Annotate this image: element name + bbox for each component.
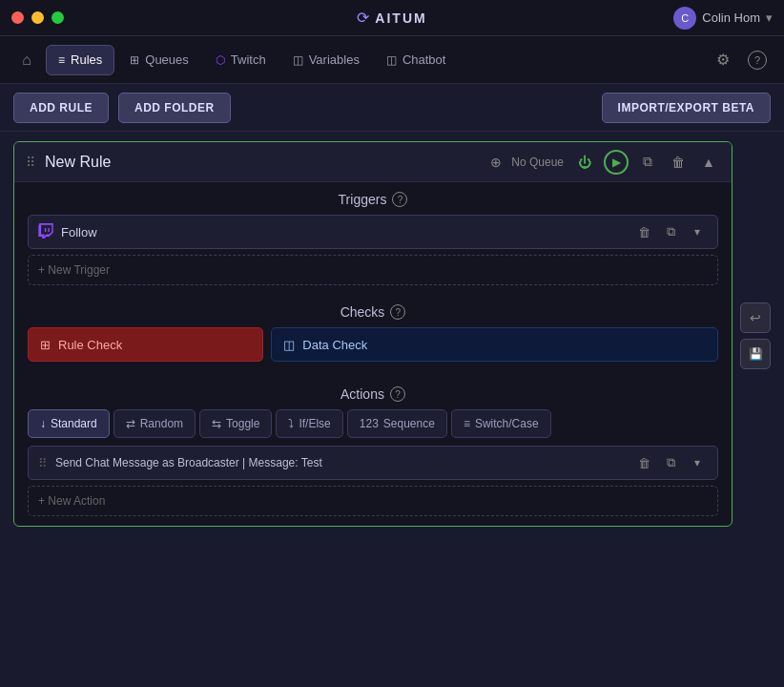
trigger-follow-item[interactable]: Follow 🗑 ⧉ ▾: [28, 215, 718, 249]
rule-copy-btn[interactable]: ⧉: [636, 151, 659, 174]
main-content: ⠿ New Rule ⊕ No Queue ⏻ ▶ ⧉ 🗑 ▲ Trig: [0, 132, 784, 536]
sequence-label: Sequence: [383, 417, 435, 430]
nav-variables-label: Variables: [309, 52, 360, 67]
new-trigger-label: + New Trigger: [38, 263, 110, 277]
action-send-chat-item[interactable]: ⠿ Send Chat Message as Broadcaster | Mes…: [28, 446, 718, 480]
settings-icon: ⚙: [716, 51, 730, 69]
rule-delete-btn[interactable]: 🗑: [667, 151, 690, 174]
minimize-window-btn[interactable]: [31, 11, 44, 24]
trigger-delete-btn[interactable]: 🗑: [633, 221, 654, 242]
actions-section: Actions ? ↓ Standard ⇄ Random: [14, 377, 732, 526]
variables-icon: ◫: [293, 53, 303, 67]
rule-queue-label: No Queue: [511, 156, 564, 169]
switchcase-label: Switch/Case: [475, 417, 539, 430]
window-controls: [11, 11, 64, 24]
trigger-copy-btn[interactable]: ⧉: [660, 221, 681, 242]
new-action-label: + New Action: [38, 494, 105, 508]
tab-random[interactable]: ⇄ Random: [113, 409, 196, 438]
save-btn[interactable]: 💾: [740, 339, 771, 369]
nav-item-queues[interactable]: ⊞ Queues: [118, 45, 200, 75]
triggers-section: Triggers ? Follow 🗑 ⧉ ▾: [14, 182, 732, 295]
action-type-tabs: ↓ Standard ⇄ Random ⇆ Toggle ⤵: [28, 409, 718, 438]
toggle-label: Toggle: [226, 417, 259, 430]
side-buttons: ↩ 💾: [732, 141, 771, 527]
random-icon: ⇄: [126, 417, 135, 430]
tab-standard[interactable]: ↓ Standard: [28, 409, 110, 438]
nav-queues-label: Queues: [145, 52, 189, 67]
stack-icon: ⊕: [490, 155, 502, 170]
chevron-down-icon: ▾: [766, 10, 773, 25]
checks-header: Checks ?: [28, 304, 718, 320]
nav-item-rules[interactable]: ≡ Rules: [46, 45, 114, 75]
data-check-label: Data Check: [302, 338, 367, 352]
tab-toggle[interactable]: ⇆ Toggle: [199, 409, 272, 438]
undo-btn[interactable]: ↩: [740, 302, 771, 333]
standard-label: Standard: [51, 417, 97, 430]
tab-ifelse[interactable]: ⤵ If/Else: [276, 409, 342, 438]
triggers-label: Triggers: [339, 192, 387, 207]
twitch-trigger-icon: [38, 223, 53, 241]
app-logo-icon: ⟳: [357, 9, 369, 27]
action-copy-btn[interactable]: ⧉: [660, 452, 681, 473]
add-folder-button[interactable]: ADD FOLDER: [118, 93, 231, 123]
home-nav-btn[interactable]: ⌂: [11, 45, 42, 75]
triggers-help-btn[interactable]: ?: [392, 192, 407, 207]
help-btn[interactable]: ?: [742, 45, 773, 75]
app-name: AITUM: [375, 10, 426, 26]
new-trigger-btn[interactable]: + New Trigger: [28, 255, 718, 285]
rule-check-label: Rule Check: [58, 338, 122, 352]
rule-check-item[interactable]: ⊞ Rule Check: [28, 327, 263, 362]
sequence-icon: 123: [360, 417, 379, 430]
twitch-icon: ⬡: [216, 53, 225, 67]
title-bar: ⟳ AITUM C Colin Hom ▾: [0, 0, 784, 36]
nav-item-variables[interactable]: ◫ Variables: [281, 45, 371, 75]
action-delete-btn[interactable]: 🗑: [633, 452, 654, 473]
action-send-chat-label: Send Chat Message as Broadcaster | Messa…: [55, 456, 626, 469]
add-rule-button[interactable]: ADD RULE: [13, 93, 109, 123]
maximize-window-btn[interactable]: [52, 11, 64, 24]
data-check-item[interactable]: ◫ Data Check: [271, 327, 718, 362]
close-window-btn[interactable]: [11, 11, 24, 24]
save-icon: 💾: [749, 347, 763, 361]
username: Colin Hom: [702, 10, 760, 25]
content-wrapper: ⠿ New Rule ⊕ No Queue ⏻ ▶ ⧉ 🗑 ▲ Trig: [13, 141, 771, 527]
settings-btn[interactable]: ⚙: [708, 45, 738, 75]
new-action-btn[interactable]: + New Action: [28, 486, 718, 516]
standard-icon: ↓: [40, 417, 46, 430]
nav-bar: ⌂ ≡ Rules ⊞ Queues ⬡ Twitch ◫ Variables …: [0, 36, 784, 84]
rule-controls: ⏻ ▶ ⧉ 🗑 ▲: [573, 150, 720, 175]
rule-drag-handle[interactable]: ⠿: [26, 155, 35, 170]
nav-chatbot-label: Chatbot: [402, 52, 446, 67]
rule-power-btn[interactable]: ⏻: [573, 151, 596, 174]
nav-item-chatbot[interactable]: ◫ Chatbot: [375, 45, 458, 75]
tab-sequence[interactable]: 123 Sequence: [347, 409, 447, 438]
checks-help-btn[interactable]: ?: [390, 304, 405, 320]
action-item-controls: 🗑 ⧉ ▾: [633, 452, 708, 473]
rule-check-icon: ⊞: [40, 338, 51, 352]
rule-collapse-btn[interactable]: ▲: [697, 151, 720, 174]
switchcase-icon: ≡: [464, 417, 470, 430]
trigger-expand-btn[interactable]: ▾: [687, 221, 708, 242]
app-title: ⟳ AITUM: [357, 9, 426, 27]
help-icon: ?: [748, 51, 767, 70]
actions-help-btn[interactable]: ?: [390, 386, 405, 402]
rules-icon: ≡: [58, 53, 65, 67]
rule-card: ⠿ New Rule ⊕ No Queue ⏻ ▶ ⧉ 🗑 ▲ Trig: [13, 141, 732, 527]
nav-item-twitch[interactable]: ⬡ Twitch: [204, 45, 278, 75]
undo-icon: ↩: [750, 310, 761, 325]
data-check-icon: ◫: [283, 338, 295, 352]
random-label: Random: [140, 417, 183, 430]
toggle-icon: ⇆: [212, 417, 221, 430]
tab-switchcase[interactable]: ≡ Switch/Case: [451, 409, 551, 438]
action-expand-btn[interactable]: ▾: [687, 452, 708, 473]
checks-row: ⊞ Rule Check ◫ Data Check: [28, 327, 718, 362]
trigger-actions: 🗑 ⧉ ▾: [633, 221, 708, 242]
trigger-follow-label: Follow: [61, 225, 626, 239]
rule-header: ⠿ New Rule ⊕ No Queue ⏻ ▶ ⧉ 🗑 ▲: [14, 142, 732, 182]
action-drag-handle[interactable]: ⠿: [38, 456, 48, 470]
import-export-button[interactable]: IMPORT/EXPORT BETA: [602, 93, 771, 123]
queues-icon: ⊞: [130, 53, 139, 67]
rule-play-btn[interactable]: ▶: [604, 150, 629, 175]
checks-section: Checks ? ⊞ Rule Check ◫ Data Check: [14, 295, 732, 377]
user-info[interactable]: C Colin Hom ▾: [673, 7, 773, 30]
